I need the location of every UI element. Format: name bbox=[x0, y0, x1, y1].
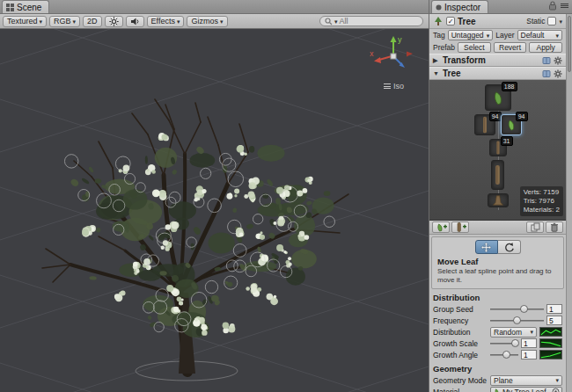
move-tool-button[interactable] bbox=[475, 240, 498, 254]
distribution-curve-field[interactable] bbox=[539, 327, 562, 337]
branch-icon bbox=[480, 116, 490, 134]
scene-lighting-button[interactable] bbox=[105, 16, 123, 27]
material-value: My Tree Leaf bbox=[502, 388, 546, 392]
tree-node-root[interactable] bbox=[488, 193, 509, 207]
sun-icon bbox=[109, 17, 119, 26]
growth-scale-slider[interactable] bbox=[490, 339, 518, 348]
chevron-down-icon: ▾ bbox=[40, 18, 43, 25]
static-checkbox[interactable] bbox=[547, 17, 556, 25]
growth-scale-curve-field[interactable] bbox=[539, 338, 562, 348]
gear-icon[interactable] bbox=[554, 69, 562, 78]
verts-stat: Verts: 7159 bbox=[524, 188, 560, 197]
speaker-icon bbox=[130, 17, 140, 26]
distribution-section-title: Distribution bbox=[433, 293, 562, 302]
foldout-expanded-icon[interactable]: ▼ bbox=[433, 70, 440, 76]
help-icon[interactable] bbox=[542, 56, 551, 65]
geometry-section-title: Geometry bbox=[433, 364, 562, 374]
tab-scene[interactable]: Scene bbox=[2, 0, 49, 13]
layer-dropdown[interactable]: Default ▾ bbox=[517, 30, 563, 40]
group-seed-slider[interactable] bbox=[490, 305, 544, 314]
prefab-apply-button[interactable]: Apply bbox=[529, 42, 562, 53]
projection-mode-label: Iso bbox=[393, 82, 404, 91]
game-object-name[interactable]: Tree bbox=[458, 17, 476, 26]
tris-stat: Tris: 7976 bbox=[524, 197, 560, 206]
node-toolbar bbox=[429, 221, 566, 235]
distribution-label: Distribution bbox=[433, 328, 488, 337]
tree-node-branch-group[interactable]: 94 bbox=[474, 114, 495, 135]
growth-angle-curve-field[interactable] bbox=[539, 350, 562, 359]
growth-angle-slider[interactable] bbox=[490, 351, 518, 359]
inspector-content: ✓ Tree Static ▾ Tag Untagged ▾ Layer Def… bbox=[429, 14, 572, 392]
static-dropdown-icon[interactable]: ▾ bbox=[559, 18, 562, 25]
prefab-select-button[interactable]: Select bbox=[458, 42, 491, 53]
material-label: Material bbox=[433, 388, 488, 392]
growth-angle-row: Growth Angle 1 bbox=[429, 349, 566, 360]
tag-dropdown[interactable]: Untagged ▾ bbox=[448, 30, 494, 40]
growth-angle-field[interactable]: 1 bbox=[521, 350, 537, 359]
tag-layer-row: Tag Untagged ▾ Layer Default ▾ bbox=[429, 29, 566, 41]
render-mode-dropdown[interactable]: RGB ▾ bbox=[49, 16, 80, 27]
node-count-badge: 188 bbox=[502, 82, 517, 91]
trash-icon bbox=[550, 222, 559, 232]
projection-mode-toggle[interactable]: Iso bbox=[384, 82, 404, 91]
foldout-collapsed-icon[interactable]: ▶ bbox=[433, 57, 440, 64]
inspector-tab-icon bbox=[436, 4, 442, 11]
tag-label: Tag bbox=[433, 31, 445, 40]
help-icon[interactable] bbox=[542, 69, 551, 78]
tree-root-icon bbox=[490, 195, 506, 206]
group-seed-field[interactable]: 1 bbox=[546, 304, 562, 314]
scene-viewport-canvas[interactable] bbox=[0, 29, 429, 392]
draw-mode-dropdown[interactable]: Textured ▾ bbox=[3, 16, 47, 27]
distribution-row: Distribution Random ▾ bbox=[429, 326, 566, 338]
growth-scale-row: Growth Scale 1 bbox=[429, 338, 566, 349]
group-seed-label: Group Seed bbox=[433, 305, 488, 314]
material-object-field[interactable]: My Tree Leaf bbox=[490, 387, 562, 392]
render-mode-label: RGB bbox=[54, 17, 71, 25]
effects-label: Effects bbox=[151, 17, 175, 25]
prefab-revert-button[interactable]: Revert bbox=[494, 42, 527, 53]
effects-dropdown[interactable]: Effects ▾ bbox=[147, 16, 185, 27]
tree-node-editor[interactable]: 188 94 94 31 bbox=[429, 80, 566, 221]
delete-node-button[interactable] bbox=[546, 221, 563, 233]
frequency-field[interactable]: 5 bbox=[546, 316, 562, 325]
chevron-down-icon: ▾ bbox=[487, 33, 490, 39]
x-axis-cone bbox=[374, 57, 381, 63]
material-row: Material My Tree Leaf bbox=[429, 386, 566, 392]
chevron-down-icon: ▾ bbox=[530, 329, 533, 335]
rotate-tool-button[interactable] bbox=[498, 240, 521, 254]
prefab-row: Prefab Select Revert Apply bbox=[429, 41, 566, 54]
growth-scale-field[interactable]: 1 bbox=[521, 338, 537, 348]
scrollbar-thumb[interactable] bbox=[568, 16, 571, 72]
duplicate-node-button[interactable] bbox=[526, 221, 544, 233]
move-icon bbox=[480, 242, 492, 253]
frequency-slider[interactable] bbox=[490, 316, 544, 325]
transform-component-header[interactable]: ▶ Transform bbox=[429, 54, 566, 67]
tool-hint: Select a leaf spline point and drag to m… bbox=[437, 267, 558, 284]
scene-viewport[interactable]: y x Iso bbox=[0, 29, 429, 392]
axis-orientation-gizmo[interactable]: y x bbox=[369, 32, 418, 81]
object-picker-icon[interactable] bbox=[552, 388, 560, 392]
branch-icon bbox=[493, 162, 502, 188]
distribution-dropdown[interactable]: Random ▾ bbox=[490, 327, 537, 338]
active-checkbox[interactable]: ✓ bbox=[446, 17, 455, 25]
tab-inspector[interactable]: Inspector bbox=[431, 0, 488, 13]
gizmos-dropdown[interactable]: Gizmos ▾ bbox=[187, 16, 227, 27]
add-branch-group-button[interactable] bbox=[451, 221, 469, 233]
tree-node-leaf-group-selected[interactable]: 94 bbox=[501, 114, 522, 135]
add-leaf-group-button[interactable] bbox=[432, 221, 450, 233]
toggle-2d-button[interactable]: 2D bbox=[83, 16, 102, 27]
inspector-scrollbar[interactable] bbox=[566, 14, 572, 392]
tree-node-leaf-group[interactable]: 188 bbox=[485, 84, 511, 111]
iso-icon bbox=[384, 83, 391, 91]
tree-component-header[interactable]: ▼ Tree bbox=[429, 67, 566, 80]
scene-search-input[interactable]: ▾ All bbox=[319, 16, 423, 26]
y-axis-cone bbox=[391, 36, 397, 42]
tree-node-trunk[interactable] bbox=[491, 160, 504, 190]
chevron-down-icon: ▾ bbox=[220, 18, 224, 25]
lock-icon[interactable] bbox=[548, 1, 557, 11]
gear-icon[interactable] bbox=[554, 56, 562, 65]
scene-audio-button[interactable] bbox=[126, 16, 144, 27]
menu-icon[interactable] bbox=[561, 3, 568, 9]
geometry-mode-dropdown[interactable]: Plane ▾ bbox=[490, 375, 562, 386]
tree-node-branch-group[interactable]: 31 bbox=[489, 139, 507, 156]
